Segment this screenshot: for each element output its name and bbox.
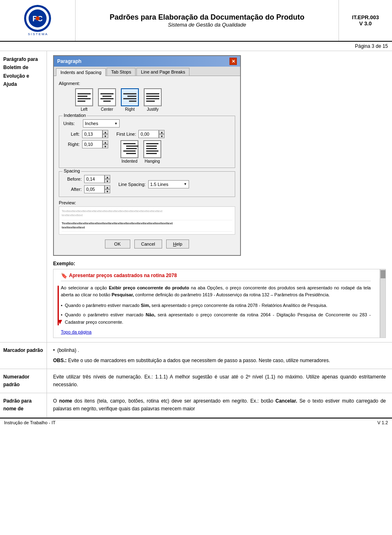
spacing-section: Spacing Before: ▲ ▼ [59,171,235,197]
units-row: Units: Inches ▼ [63,119,231,128]
spacing-label: Spacing [62,168,81,173]
indent-left-down[interactable]: ▼ [102,134,108,138]
scrollbar-thumb[interactable] [381,270,385,278]
alignment-label: Alignment: [59,81,235,86]
indent-right-down[interactable]: ▼ [102,144,108,148]
units-label: Units: [63,121,80,126]
before-field[interactable] [84,175,105,183]
line-spacing-row: Line Spacing: 1.5 Lines ▼ [118,180,189,188]
indentation-label: Indentation [62,113,87,118]
hanging-button[interactable]: Hanging [143,140,161,163]
units-arrow-icon: ▼ [114,122,118,125]
align-justify-button[interactable]: Justify [144,88,162,112]
before-input[interactable]: ▲ ▼ [84,175,110,183]
dialog-title: Paragraph [57,58,81,64]
after-field[interactable] [84,185,105,193]
ok-button[interactable]: OK [105,240,130,248]
main-row-1: Parágrafo para Boletim de Evolução e Aju… [0,51,392,342]
preview-bold-text: Texttexttexttexttexttexttexttexttexttext… [62,220,232,232]
align-center-box [98,88,116,106]
after-input[interactable]: ▲ ▼ [84,185,110,193]
align-center-button[interactable]: Center [98,88,116,112]
align-right-label: Right [125,107,134,112]
first-line-input[interactable]: ▲ ▼ [138,130,165,138]
tab-line-breaks[interactable]: Line and Page Breaks [136,68,189,76]
alignment-buttons: Left Ce [75,88,235,112]
first-line-down[interactable]: ▼ [159,134,165,138]
after-label: After: [63,187,82,192]
indented-label: Indented [122,159,138,163]
align-right-box [121,88,139,106]
after-down[interactable]: ▼ [105,189,110,193]
indent-right-field[interactable] [82,140,102,148]
line-spacing-select[interactable]: 1.5 Lines ▼ [148,180,189,188]
marcador-left: Marcador padrão [0,342,47,369]
example-title-icon: 🔖 [61,273,67,279]
dialog-buttons: OK Cancel Help [59,238,235,250]
indent-right-input[interactable]: ▲ ▼ [82,140,108,148]
align-justify-label: Justify [147,107,158,112]
left-col-label: Parágrafo para Boletim de Evolução e Aju… [3,56,38,87]
before-down[interactable]: ▼ [105,179,110,183]
line-spacing-label: Line Spacing: [118,182,146,187]
example-title: 🔖 Apresentar preços cadastrados na rotin… [61,273,371,281]
preview-box: Texttexttexttexttexttexttexttexttexttext… [59,206,235,235]
example-title-text: Apresentar preços cadastrados na rotina … [69,273,177,278]
indent-left-label: Left: [63,132,80,137]
dialog-titlebar: Paragraph ✕ [54,56,240,67]
dialog-body: Alignment: [54,76,240,255]
numerador-left: Numerador padrão [0,369,47,393]
align-left-box [75,88,93,106]
line-spacing-arrow-icon: ▼ [184,182,187,186]
footer-left: Instrução de Trabalho - IT [4,420,56,425]
pc-logo-icon: PC S I S T E M A [19,4,56,37]
footer: Instrução de Trabalho - IT V 1.2 [0,418,392,427]
example-wrapper: 🔖 Apresentar preços cadastrados na rotin… [53,269,386,338]
align-center-label: Center [101,107,113,112]
before-up[interactable]: ▲ [105,175,110,179]
units-select[interactable]: Inches ▼ [83,119,120,128]
first-line-up[interactable]: ▲ [159,130,165,134]
topo-link[interactable]: Topo da página [61,329,371,334]
preview-label: Preview: [59,200,235,205]
indent-left-row: Left: ▲ ▼ [63,130,108,138]
example-body-text: Ao selecionar a opção Exibir preço conco… [61,285,371,298]
first-line-row: First Line: ▲ ▼ [116,130,165,138]
indent-left-input[interactable]: ▲ ▼ [82,130,108,138]
example-label: Exemplo: [53,261,386,266]
indented-button[interactable]: Indented [120,140,138,163]
padrao-nome-row: Padrão para nome de O nome dos itens (te… [0,393,392,417]
preview-normal-text: Texttexttexttexttexttexttexttexttexttext… [62,209,232,218]
padrao-nome-left: Padrão para nome de [0,393,47,417]
doc-version: V 3.0 [359,20,372,27]
after-row: After: ▲ ▼ [63,185,110,193]
marcador-right: • (bolinha) . OBS.: Evite o uso de marca… [47,342,392,369]
bullet-2: • Quando o parâmetro estiver marcado Não… [61,311,371,326]
page-info: Página 3 de 15 [0,42,392,51]
indent-left-up[interactable]: ▲ [102,130,108,134]
first-line-label: First Line: [116,132,136,137]
scrollbar[interactable] [380,269,385,338]
doc-subtitle: Sistema de Gestão da Qualidade [168,22,246,28]
indent-right-up[interactable]: ▲ [102,140,108,144]
after-up[interactable]: ▲ [105,185,110,189]
padrao-nome-right: O nome dos itens (tela, campo, botões, r… [47,393,392,417]
doc-code: IT.EPR.003 [352,14,379,20]
numerador-right: Evite utilizar três níveis de numeração.… [47,369,392,393]
align-left-button[interactable]: Left [75,88,93,112]
tab-indents-spacing[interactable]: Indents and Spacing [56,68,106,76]
marcador-bullet: • (bolinha) . [53,347,386,354]
header: PC S I S T E M A Padrões para Elaboração… [0,0,392,42]
help-button[interactable]: Help [166,240,189,248]
align-left-label: Left [81,107,88,112]
right-col-1: Paragraph ✕ Indents and Spacing Tab Stop… [47,51,392,342]
tab-tab-stops[interactable]: Tab Stops [107,68,136,76]
marcador-row: Marcador padrão • (bolinha) . OBS.: Evit… [0,342,392,369]
align-right-button[interactable]: Right [121,88,139,112]
cancel-button[interactable]: Cancel [134,240,162,248]
first-line-field[interactable] [138,130,159,138]
indent-left-field[interactable] [82,130,102,138]
dialog-close-button[interactable]: ✕ [229,58,237,65]
svg-point-5 [36,16,40,20]
header-title: Padrões para Elaboração da Documentação … [76,0,339,41]
